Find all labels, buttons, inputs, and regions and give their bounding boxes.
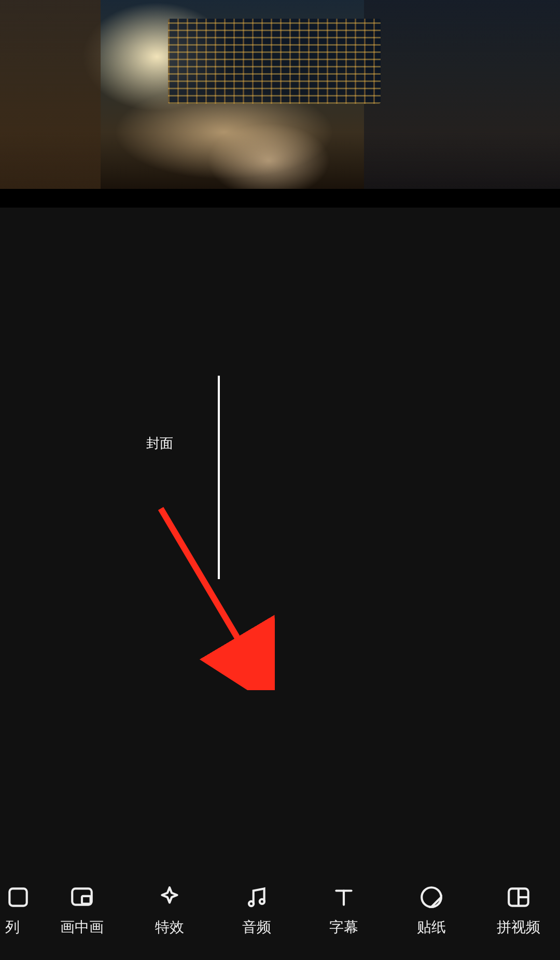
nav-label: 音频 bbox=[242, 917, 271, 937]
timeline-spacer bbox=[0, 208, 560, 861]
bottom-toolbar: 列 画中画 特效 音频 字幕 贴纸 拼视频 bbox=[0, 861, 560, 960]
nav-item-partial[interactable]: 列 bbox=[5, 884, 31, 937]
collage-icon bbox=[506, 884, 531, 910]
nav-label: 拼视频 bbox=[497, 917, 540, 937]
svg-rect-11 bbox=[82, 896, 91, 904]
nav-label: 贴纸 bbox=[417, 917, 446, 937]
text-icon bbox=[331, 884, 357, 910]
nav-label: 字幕 bbox=[329, 917, 358, 937]
nav-label: 画中画 bbox=[60, 917, 104, 937]
cover-label: 封面 bbox=[146, 434, 173, 458]
svg-point-12 bbox=[249, 901, 254, 906]
nav-subtitle[interactable]: 字幕 bbox=[307, 884, 380, 937]
nav-label: 列 bbox=[5, 917, 20, 937]
nav-effects[interactable]: 特效 bbox=[133, 884, 206, 937]
pip-icon bbox=[69, 884, 95, 910]
sparkle-icon bbox=[157, 884, 183, 910]
svg-point-13 bbox=[260, 899, 264, 904]
video-preview[interactable] bbox=[0, 0, 560, 215]
svg-rect-9 bbox=[9, 888, 26, 906]
playhead[interactable] bbox=[218, 376, 220, 579]
nav-collage[interactable]: 拼视频 bbox=[482, 884, 555, 937]
nav-sticker[interactable]: 贴纸 bbox=[395, 884, 468, 937]
square-icon bbox=[5, 884, 31, 910]
nav-label: 特效 bbox=[155, 917, 184, 937]
sticker-icon bbox=[418, 884, 444, 910]
nav-audio[interactable]: 音频 bbox=[220, 884, 293, 937]
video-frame bbox=[0, 0, 560, 189]
music-icon bbox=[244, 884, 270, 910]
nav-pip[interactable]: 画中画 bbox=[46, 884, 118, 937]
